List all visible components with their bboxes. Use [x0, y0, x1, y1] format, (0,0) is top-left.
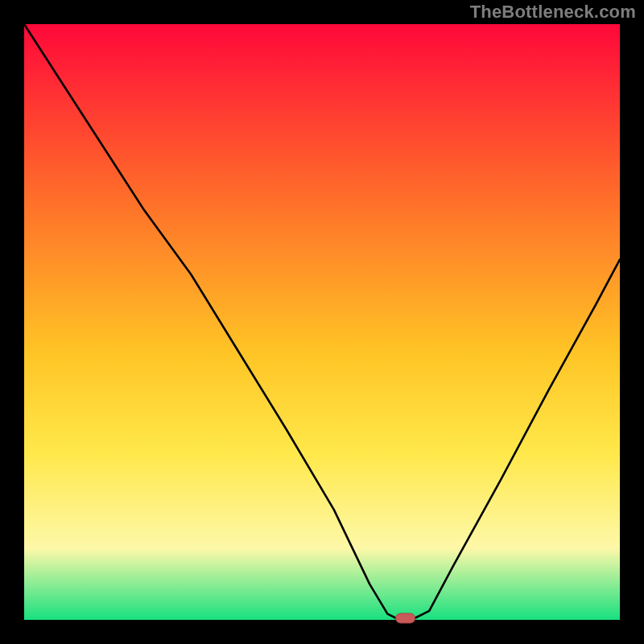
chart-container: TheBottleneck.com: [0, 0, 644, 644]
optimal-marker: [396, 613, 415, 623]
bottleneck-chart: [0, 0, 644, 644]
watermark-text: TheBottleneck.com: [470, 2, 636, 23]
plot-area: [24, 24, 620, 620]
